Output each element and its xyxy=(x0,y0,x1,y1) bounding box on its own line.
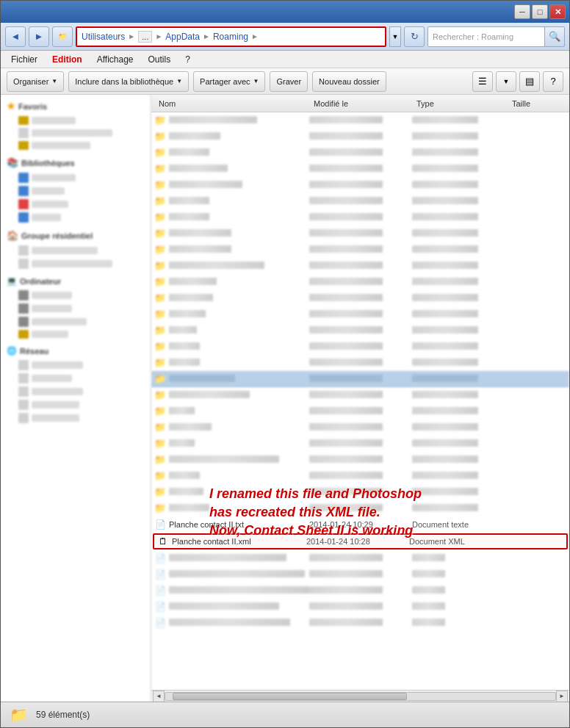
sidebar-item-luca[interactable] xyxy=(1,244,151,257)
sidebar-item-appdata[interactable] xyxy=(1,328,151,340)
organiser-button[interactable]: Organiser ▼ xyxy=(7,71,64,92)
refresh-button[interactable]: ↻ xyxy=(404,26,425,47)
sidebar-header-computer[interactable]: 💻 Ordinateur xyxy=(1,273,151,289)
table-row[interactable]: 📁 xyxy=(151,290,569,306)
hscroll-thumb[interactable] xyxy=(173,693,407,700)
table-row[interactable]: 📁 xyxy=(151,112,569,129)
breadcrumb-appdata[interactable]: AppData xyxy=(165,32,200,42)
table-row[interactable]: 📁 xyxy=(151,484,569,500)
breadcrumb-roaming[interactable]: Roaming xyxy=(213,32,248,42)
folder-icon: 📁 xyxy=(154,406,166,417)
hscroll-right-button[interactable]: ► xyxy=(556,691,568,702)
table-row-txt[interactable]: 📄 Planche contact II.txt 2014-01-24 10:2… xyxy=(151,516,569,533)
breadcrumb-bar[interactable]: Utilisateurs ► ... ► AppData ► Roaming ► xyxy=(76,26,386,47)
sidebar-header-libraries[interactable]: 📚 Bibliothèques xyxy=(1,154,151,171)
partager-button[interactable]: Partager avec ▼ xyxy=(193,71,265,92)
table-row[interactable]: 📁 xyxy=(151,177,569,193)
pane-button[interactable]: ▤ xyxy=(519,71,540,92)
view-arrow-button[interactable]: ▼ xyxy=(496,71,516,92)
table-row[interactable]: 📁 xyxy=(151,242,569,258)
table-row[interactable]: 📁 xyxy=(151,371,569,387)
table-row[interactable]: 📁 xyxy=(151,452,569,468)
drive-c-icon xyxy=(18,290,29,300)
sidebar-item-recent[interactable] xyxy=(1,126,151,140)
hscroll-left-button[interactable]: ◄ xyxy=(153,691,165,702)
table-row[interactable]: 📁 xyxy=(151,419,569,436)
table-row[interactable]: 📄 xyxy=(151,550,569,566)
sidebar-item-images[interactable] xyxy=(1,184,151,198)
minimize-button[interactable]: ─ xyxy=(514,4,530,19)
sidebar-item-drive-d[interactable] xyxy=(1,302,151,315)
file-name xyxy=(169,586,309,595)
horizontal-scrollbar[interactable]: ◄ ► xyxy=(151,690,569,702)
table-row[interactable]: 📁 xyxy=(151,226,569,242)
table-row[interactable]: 📁 xyxy=(151,436,569,452)
table-row[interactable]: 📄 xyxy=(151,566,569,583)
menu-edition[interactable]: Edition xyxy=(48,53,87,66)
sidebar-item-drive-c[interactable] xyxy=(1,289,151,302)
table-row[interactable]: 📄 xyxy=(151,615,569,631)
sidebar-item-net4[interactable] xyxy=(1,411,151,425)
maximize-button[interactable]: □ xyxy=(532,4,548,19)
breadcrumb-utilisateurs[interactable]: Utilisateurs xyxy=(82,32,125,42)
table-row[interactable]: 📁 xyxy=(151,339,569,355)
sidebar-item-pcluca[interactable] xyxy=(1,372,151,385)
table-row[interactable]: 📁 xyxy=(151,161,569,177)
sidebar-header-group[interactable]: 🏠 Groupe résidentiel xyxy=(1,227,151,244)
table-row[interactable]: 📁 xyxy=(151,258,569,274)
col-header-size[interactable]: Taille xyxy=(508,99,566,108)
table-row[interactable]: 📁 xyxy=(151,322,569,339)
table-row[interactable]: 📁 xyxy=(151,387,569,403)
file-date xyxy=(309,262,412,270)
table-row[interactable]: 📁 xyxy=(151,355,569,371)
search-button[interactable]: 🔍 xyxy=(544,26,565,47)
table-row[interactable]: 📁 xyxy=(151,209,569,226)
sidebar-header-favorites[interactable]: ★ Favoris xyxy=(1,98,151,115)
address-dropdown-button[interactable]: ▼ xyxy=(389,26,401,47)
view-mode-button[interactable]: ☰ xyxy=(472,71,493,92)
sidebar-item-net2[interactable] xyxy=(1,385,151,398)
sidebar-item-net1[interactable] xyxy=(1,358,151,372)
table-row[interactable]: 📁 xyxy=(151,306,569,322)
nouveau-dossier-button[interactable]: Nouveau dossier xyxy=(312,71,386,92)
sidebar-item-videos[interactable] xyxy=(1,211,151,224)
breadcrumb-ellipsis[interactable]: ... xyxy=(138,31,152,43)
table-row[interactable]: 📁 xyxy=(151,500,569,516)
up-button[interactable]: 📁 xyxy=(52,26,73,47)
table-row[interactable]: 📁 xyxy=(151,403,569,419)
table-row-xml[interactable]: 🗒 Planche contact II.xml 2014-01-24 10:2… xyxy=(153,533,568,549)
menu-help[interactable]: ? xyxy=(181,53,195,66)
sidebar-header-network[interactable]: 🌐 Réseau xyxy=(1,343,151,358)
table-row[interactable]: 📄 xyxy=(151,599,569,615)
graver-button[interactable]: Graver xyxy=(270,71,308,92)
sidebar-item-downloads[interactable] xyxy=(1,140,151,151)
sidebar-item-bureau[interactable] xyxy=(1,115,151,126)
menu-affichage[interactable]: Affichage xyxy=(93,53,138,66)
table-row[interactable]: 📁 xyxy=(151,193,569,209)
search-bar[interactable]: Rechercher : Roaming xyxy=(428,26,545,47)
net3-icon xyxy=(18,400,29,410)
menu-outils[interactable]: Outils xyxy=(144,53,176,66)
sidebar-item-music[interactable] xyxy=(1,198,151,211)
close-button[interactable]: ✕ xyxy=(549,4,566,19)
inclure-button[interactable]: Inclure dans la bibliothèque ▼ xyxy=(68,71,189,92)
sidebar-item-documents[interactable] xyxy=(1,171,151,184)
hscroll-track[interactable] xyxy=(165,692,556,701)
table-row[interactable]: 📄 xyxy=(151,583,569,599)
sidebar-item-group2[interactable] xyxy=(1,257,151,270)
help-button[interactable]: ? xyxy=(543,71,563,92)
back-button[interactable]: ◄ xyxy=(5,26,26,47)
folder-icon: 📁 xyxy=(154,389,166,401)
table-row[interactable]: 📁 xyxy=(151,145,569,161)
col-header-name[interactable]: Nom xyxy=(154,99,309,108)
sidebar-item-library-e[interactable] xyxy=(1,315,151,328)
table-row[interactable]: 📁 xyxy=(151,129,569,145)
network-icon: 🌐 xyxy=(7,346,17,356)
col-header-modified[interactable]: Modifié le xyxy=(309,99,412,108)
table-row[interactable]: 📁 xyxy=(151,468,569,484)
table-row[interactable]: 📁 xyxy=(151,274,569,290)
col-header-type[interactable]: Type xyxy=(412,99,508,108)
forward-button[interactable]: ► xyxy=(29,26,49,47)
menu-fichier[interactable]: Fichier xyxy=(7,53,42,66)
sidebar-item-net3[interactable] xyxy=(1,398,151,411)
